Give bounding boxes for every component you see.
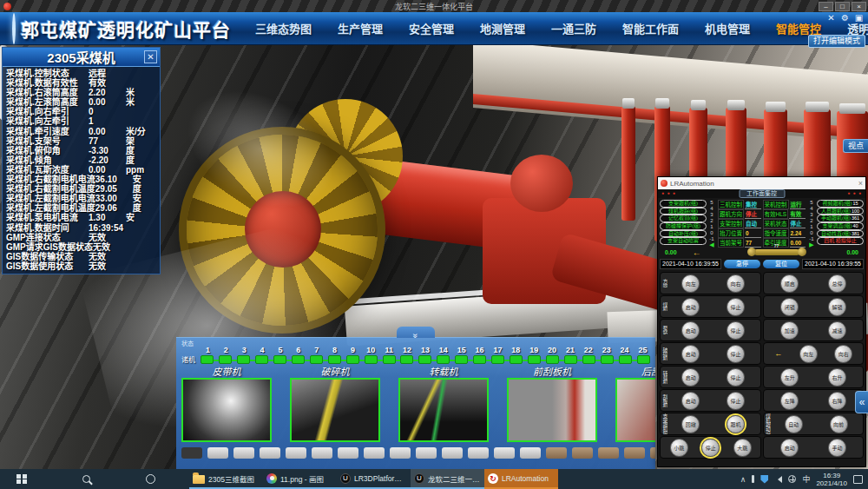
nav-menu-item[interactable]: 安全管理	[409, 20, 454, 36]
taskbar-task[interactable]: 2305三维截图	[189, 469, 263, 489]
simulate-stop-button[interactable]: 四机 模拟停止	[817, 237, 864, 245]
mode-button[interactable]: 煤机跟踪(组)	[660, 208, 707, 215]
round-control-button[interactable]: 向右	[834, 345, 852, 363]
workface-control-tab[interactable]: 工作面集控	[739, 189, 785, 198]
ime-icon[interactable]: 中	[802, 473, 810, 485]
notification-center-icon[interactable]	[853, 475, 863, 484]
filmstrip-cell[interactable]	[520, 447, 541, 459]
mode-button[interactable]: 支架跟机(组)	[660, 200, 707, 208]
camera-feed[interactable]: 破碎机	[290, 367, 380, 442]
filmstrip-cell[interactable]	[546, 447, 567, 459]
taskbar-task[interactable]: ↻ LRAutomation	[484, 469, 558, 489]
nav-tool-icon[interactable]: ✕	[825, 13, 837, 23]
camera-feed[interactable]: 前刮板机	[507, 367, 597, 442]
defender-shield-icon[interactable]	[760, 475, 768, 484]
round-control-button[interactable]: 停止	[727, 345, 745, 363]
mode-button[interactable]: 手动跟机(组)361	[817, 215, 864, 222]
round-control-button[interactable]: 手动	[828, 439, 846, 457]
filmstrip-cell[interactable]	[181, 447, 202, 459]
round-control-button[interactable]: 启动	[681, 368, 700, 387]
round-control-button[interactable]: 停止	[727, 298, 745, 316]
round-control-button[interactable]: 左降	[780, 392, 799, 410]
clock[interactable]: 16:39 2021/4/10	[816, 472, 847, 487]
mode-button[interactable]: 支架调直(组)40	[817, 222, 864, 230]
nav-menu-item[interactable]: 生产管理	[338, 20, 383, 36]
round-control-button[interactable]: 向前	[830, 415, 848, 433]
round-control-button[interactable]: 跟机	[727, 415, 745, 433]
close-icon[interactable]: ×	[858, 179, 863, 188]
mode-button[interactable]: 人员跟机(组)100	[817, 208, 864, 215]
round-control-button[interactable]: 小跳	[670, 439, 688, 457]
round-control-button[interactable]: 停止	[727, 392, 745, 410]
round-control-button[interactable]: 减速	[828, 321, 846, 340]
nav-menu-item[interactable]: 三维态势图	[255, 20, 312, 36]
filmstrip-cell[interactable]	[286, 447, 306, 459]
network-icon[interactable]	[788, 475, 796, 483]
nav-tool-icon[interactable]: ⚙	[839, 13, 851, 23]
round-control-button[interactable]: 向左	[799, 345, 818, 363]
camera-feed[interactable]: 转载机	[398, 367, 489, 442]
filmstrip-cell[interactable]	[468, 447, 489, 459]
filmstrip-cell[interactable]	[650, 447, 655, 459]
round-control-button[interactable]: 加速	[780, 321, 799, 340]
nav-menu-item[interactable]: 一通三防	[551, 20, 596, 36]
taskbar-task[interactable]: U LR3DPlatform - U...	[337, 469, 411, 489]
round-control-button[interactable]: 大跳	[733, 439, 752, 457]
tray-chevron-icon[interactable]: ∧	[740, 475, 746, 484]
taskbar-task[interactable]: U 龙软二三维一体化...	[411, 469, 484, 489]
camera-thumbnail[interactable]	[290, 378, 380, 442]
maximize-button[interactable]: □	[835, 2, 850, 11]
cortana-button[interactable]	[135, 469, 165, 489]
round-control-button[interactable]: 回撤	[681, 415, 700, 433]
round-control-button[interactable]: 启动	[780, 439, 799, 457]
round-control-button[interactable]: 停止	[727, 321, 745, 340]
round-control-button[interactable]: 右降	[828, 392, 846, 410]
filmstrip-cell[interactable]	[624, 447, 645, 459]
round-control-button[interactable]: 启动	[681, 321, 700, 340]
start-button[interactable]	[7, 469, 36, 489]
minimize-button[interactable]: –	[819, 2, 833, 11]
mode-button[interactable]: 视频跟机(组)15	[817, 200, 864, 208]
round-control-button[interactable]: 启动	[681, 392, 700, 410]
filmstrip-cell[interactable]	[572, 447, 593, 459]
round-control-button[interactable]: 停止	[727, 368, 745, 387]
mode-button[interactable]: 支架自动喷雾	[660, 237, 707, 245]
filmstrip-cell[interactable]	[312, 447, 332, 459]
collapse-panel-tab[interactable]: »	[397, 327, 435, 338]
estop-button[interactable]: 急停	[724, 260, 760, 268]
collapse-right-icon[interactable]: «	[855, 391, 868, 413]
nav-menu-item[interactable]: 机电管理	[705, 20, 750, 36]
nav-tool-icon[interactable]: ▣	[853, 13, 865, 23]
round-control-button[interactable]: 停止	[701, 439, 720, 457]
round-control-button[interactable]: 解锁	[828, 298, 846, 316]
viewpoint-tab[interactable]: 视点	[843, 139, 868, 153]
round-control-button[interactable]: 启动	[681, 298, 700, 316]
filmstrip-cell[interactable]	[364, 447, 385, 459]
round-control-button[interactable]: 顺启	[780, 274, 799, 293]
nav-menu-item[interactable]: 智能工作面	[622, 20, 679, 36]
mode-button[interactable]: 防碰撞保护(组)	[660, 222, 707, 230]
filmstrip-cell[interactable]	[207, 447, 228, 459]
round-control-button[interactable]: 左升	[780, 368, 799, 387]
open-edit-mode-button[interactable]: 打开编辑模式	[808, 35, 865, 48]
round-control-button[interactable]: 自动	[785, 415, 803, 433]
mode-button[interactable]: 记忆截割(组)	[660, 215, 707, 222]
nav-menu-item[interactable]: 地测管理	[480, 20, 525, 36]
mode-button[interactable]: 自动补压(组)	[660, 230, 707, 238]
round-control-button[interactable]: 闭锁	[780, 298, 799, 316]
camera-thumbnail[interactable]	[507, 378, 597, 442]
reset-button[interactable]: 复位	[763, 260, 799, 268]
close-icon[interactable]: ✕	[144, 50, 157, 63]
camera-thumbnail[interactable]	[181, 378, 272, 442]
camera-thumbnail[interactable]	[615, 378, 655, 442]
filmstrip-cell[interactable]	[260, 447, 280, 459]
filmstrip-cell[interactable]	[442, 447, 463, 459]
camera-thumbnail[interactable]	[398, 378, 489, 442]
speaker-icon[interactable]	[774, 476, 782, 483]
filmstrip-cell[interactable]	[338, 447, 358, 459]
filmstrip-cell[interactable]	[598, 447, 619, 459]
mode-button[interactable]: 自动找直(组)381	[817, 230, 864, 238]
camera-feed[interactable]: 后刮板机	[615, 367, 655, 442]
round-control-button[interactable]: 总停	[828, 274, 846, 293]
round-control-button[interactable]: 向右	[727, 274, 745, 293]
